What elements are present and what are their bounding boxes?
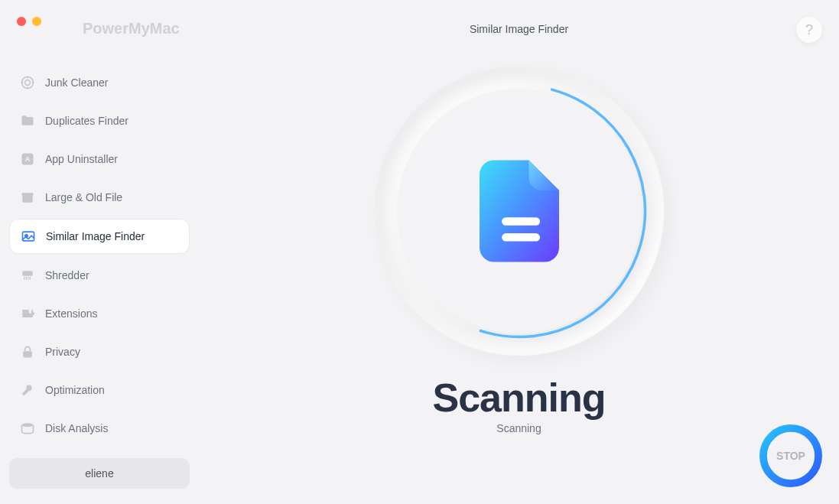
- sidebar-items: Junk Cleaner Duplicates Finder A App Uni…: [9, 66, 190, 445]
- close-window-dot[interactable]: [17, 17, 26, 26]
- user-name: eliene: [85, 467, 113, 480]
- app-title: PowerMyMac: [83, 20, 180, 37]
- tools-icon: [20, 382, 35, 398]
- sidebar-item-label: Junk Cleaner: [45, 76, 109, 89]
- sidebar-item-privacy[interactable]: Privacy: [9, 335, 190, 369]
- lock-icon: [20, 344, 35, 359]
- sidebar-item-extensions[interactable]: Extensions: [9, 297, 190, 330]
- stop-label: STOP: [759, 424, 822, 487]
- svg-point-0: [22, 77, 34, 89]
- sidebar-item-app-uninstaller[interactable]: A App Uninstaller: [9, 142, 190, 176]
- minimize-window-dot[interactable]: [32, 17, 41, 26]
- user-pill[interactable]: eliene: [9, 458, 190, 489]
- sidebar-item-label: Large & Old File: [45, 191, 122, 203]
- sidebar: PowerMyMac Junk Cleaner Duplicates Finde…: [0, 0, 199, 504]
- sidebar-item-label: Privacy: [45, 346, 80, 358]
- sidebar-item-duplicates-finder[interactable]: Duplicates Finder: [9, 104, 190, 138]
- document-icon: [480, 160, 559, 262]
- sidebar-item-label: Extensions: [45, 307, 97, 320]
- svg-rect-17: [23, 351, 32, 357]
- svg-rect-12: [22, 271, 32, 276]
- puzzle-icon: [20, 306, 35, 321]
- stop-button[interactable]: STOP: [759, 424, 822, 487]
- sidebar-item-label: Disk Analysis: [45, 422, 108, 434]
- folder-icon: [20, 113, 35, 128]
- sidebar-item-similar-image-finder[interactable]: Similar Image Finder: [9, 219, 190, 254]
- svg-rect-20: [502, 217, 540, 225]
- sidebar-item-junk-cleaner[interactable]: Junk Cleaner: [9, 66, 190, 99]
- sidebar-item-label: Duplicates Finder: [45, 115, 128, 127]
- help-button[interactable]: ?: [796, 17, 822, 43]
- sidebar-item-large-old-file[interactable]: Large & Old File: [9, 180, 190, 214]
- scan-status-subtitle: Scanning: [496, 422, 541, 434]
- help-icon: ?: [805, 22, 813, 38]
- main-panel: Similar Image Finder ?: [199, 0, 839, 504]
- sidebar-item-label: App Uninstaller: [45, 153, 118, 165]
- disk-icon: [20, 421, 35, 436]
- svg-text:A: A: [25, 155, 31, 163]
- shredder-icon: [20, 268, 35, 283]
- svg-point-18: [22, 423, 34, 427]
- target-icon: [20, 75, 35, 90]
- scan-progress-circle: [374, 66, 665, 356]
- app-icon: A: [20, 151, 35, 167]
- scan-status-title: Scanning: [432, 375, 605, 421]
- sidebar-item-label: Similar Image Finder: [46, 230, 145, 242]
- sidebar-item-label: Shredder: [45, 269, 89, 281]
- svg-rect-21: [502, 233, 540, 241]
- sidebar-item-optimization[interactable]: Optimization: [9, 373, 190, 407]
- sidebar-item-disk-analysis[interactable]: Disk Analysis: [9, 411, 190, 445]
- image-icon: [21, 229, 36, 244]
- svg-point-1: [25, 80, 31, 86]
- svg-rect-8: [22, 195, 32, 203]
- box-icon: [20, 190, 35, 205]
- sidebar-item-shredder[interactable]: Shredder: [9, 259, 190, 292]
- svg-rect-9: [22, 193, 34, 195]
- page-title: Similar Image Finder: [470, 23, 568, 35]
- sidebar-item-label: Optimization: [45, 384, 105, 396]
